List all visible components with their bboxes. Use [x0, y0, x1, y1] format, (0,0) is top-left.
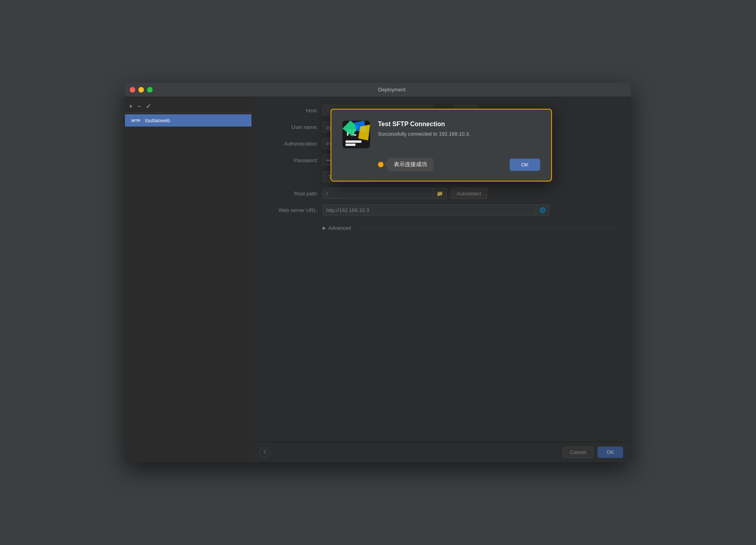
modal-title: Test SFTP Connection	[378, 121, 540, 128]
sidebar-toolbar: + − ✓	[125, 100, 251, 113]
traffic-lights	[130, 87, 153, 93]
window-title: Deployment	[157, 87, 626, 93]
pycharm-logo: PC	[342, 121, 370, 148]
check-button[interactable]: ✓	[146, 102, 151, 110]
add-server-button[interactable]: +	[129, 103, 132, 110]
modal-ok-button[interactable]: OK	[510, 159, 540, 171]
test-sftp-dialog: PC Test SFTP Connection	[331, 109, 552, 182]
main-window: Deployment + − ✓ SFTP toutiaoweb Host:	[125, 83, 631, 462]
tooltip-text: 表示连接成功	[394, 161, 427, 167]
sidebar-item-label: toutiaoweb	[145, 117, 170, 123]
sidebar-item-toutiaoweb[interactable]: SFTP toutiaoweb	[125, 114, 251, 127]
modal-message: Successfully connected to 192.168.10.3.	[378, 131, 540, 137]
modal-text: Test SFTP Connection Successfully connec…	[378, 121, 540, 137]
modal-header: PC Test SFTP Connection	[342, 121, 540, 148]
sftp-icon: SFTP	[130, 118, 142, 123]
modal-body: 表示连接成功 OK	[378, 158, 540, 171]
svg-rect-7	[346, 144, 355, 146]
modal-indicator: 表示连接成功	[378, 158, 433, 171]
deployment-panel: Host: Port: User name: Authentication:	[251, 97, 631, 462]
remove-server-button[interactable]: −	[137, 103, 141, 110]
title-bar: Deployment	[125, 83, 631, 97]
minimize-button[interactable]	[138, 87, 144, 93]
status-dot	[378, 162, 384, 167]
tooltip-bubble: 表示连接成功	[387, 158, 433, 171]
close-button[interactable]	[130, 87, 135, 93]
modal-overlay: PC Test SFTP Connection	[251, 97, 631, 462]
main-content: + − ✓ SFTP toutiaoweb Host: Port:	[125, 97, 631, 462]
sidebar: + − ✓ SFTP toutiaoweb	[125, 97, 251, 462]
maximize-button[interactable]	[147, 87, 153, 93]
svg-rect-6	[346, 140, 361, 143]
